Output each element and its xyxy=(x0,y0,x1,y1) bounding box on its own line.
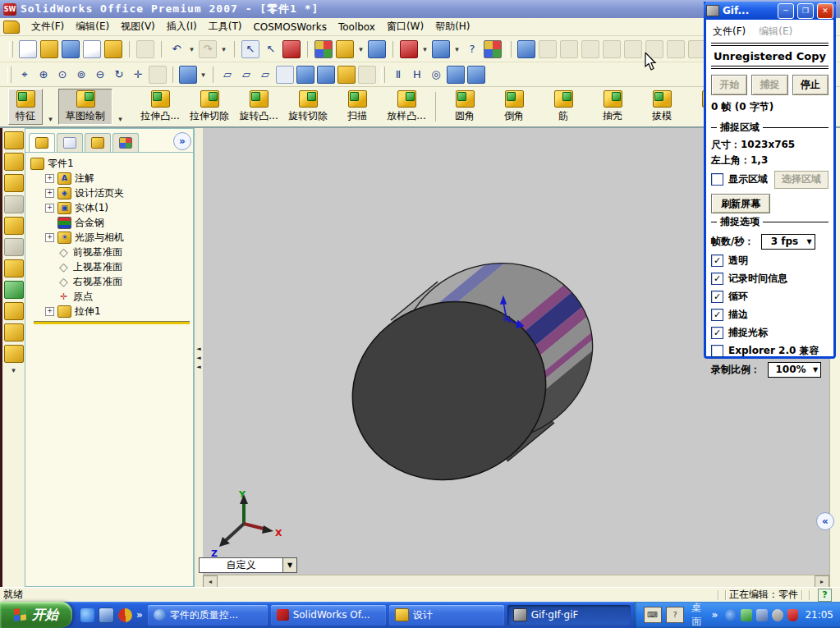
features-mode-button[interactable]: 特征 xyxy=(8,89,43,125)
3d-sketch-icon[interactable] xyxy=(4,131,24,149)
tab-dimxpert-manager[interactable] xyxy=(112,133,139,152)
tab-feature-manager[interactable] xyxy=(29,133,55,152)
chamfer-button[interactable]: 倒角 xyxy=(490,88,538,126)
sketch-on-plane-icon[interactable] xyxy=(4,153,24,171)
show-desktop-icon[interactable] xyxy=(99,607,114,623)
tray-display-icon[interactable] xyxy=(741,609,752,621)
toolbox-structural-icon[interactable] xyxy=(467,66,485,84)
tree-item-front-plane[interactable]: + ◇ 前视基准面 xyxy=(30,245,193,259)
make-drawing-icon[interactable] xyxy=(83,40,101,58)
measure-dropdown[interactable]: ▾ xyxy=(357,45,365,53)
gif-title-bar[interactable]: Gif... ─ ❐ ✕ xyxy=(704,2,836,20)
save-icon[interactable] xyxy=(62,40,80,58)
fps-combo[interactable]: 3 fps ▼ xyxy=(761,234,815,250)
sketch-mode-button[interactable]: 草图绘制 xyxy=(58,89,112,125)
tab-configuration-manager[interactable] xyxy=(85,133,111,152)
dome-tool-icon[interactable] xyxy=(4,345,24,363)
menu-file[interactable]: 文件(F) xyxy=(31,20,64,34)
tree-item-right-plane[interactable]: + ◇ 右视基准面 xyxy=(30,274,193,289)
menu-edit[interactable]: 编辑(E) xyxy=(76,20,109,34)
split-dropdown[interactable]: ▾ xyxy=(453,45,461,53)
extruded-cut-button[interactable]: 拉伸切除 xyxy=(186,88,233,126)
lasso-select-icon[interactable]: ↖ xyxy=(263,41,279,57)
tree-item-extrude1[interactable]: + 拉伸1 xyxy=(30,304,193,319)
angle-tool-icon[interactable] xyxy=(4,281,24,299)
gif-minimize-button[interactable]: ─ xyxy=(778,3,794,19)
tree-item-origin[interactable]: + ✛ 原点 xyxy=(30,289,193,304)
gif-maximize-button[interactable]: ❐ xyxy=(797,3,814,19)
color-palette-icon[interactable] xyxy=(314,40,333,58)
modify-sketch-icon[interactable] xyxy=(4,174,24,192)
start-button[interactable]: 开始 xyxy=(0,602,72,628)
input-method-keyboard-icon[interactable]: ⌨ xyxy=(644,607,662,623)
extruded-boss-button[interactable]: 拉伸凸... xyxy=(136,88,184,126)
measure-icon[interactable] xyxy=(336,40,354,58)
zoom-area-icon[interactable]: ⊙ xyxy=(54,66,71,83)
tray-hide-icon[interactable] xyxy=(725,609,737,621)
tree-item-lights-cameras[interactable]: + ☀ 光源与相机 xyxy=(30,230,193,245)
more-tools-dropdown[interactable]: ▾ xyxy=(10,366,17,374)
undo-dropdown[interactable]: ▾ xyxy=(188,45,195,53)
taskbar-item-browser[interactable]: 零件的质量控... xyxy=(148,605,268,626)
desktop-toolbar-label[interactable]: 桌面 xyxy=(691,601,709,628)
scale-combo[interactable]: 100% ▼ xyxy=(768,362,821,378)
options-list-icon[interactable] xyxy=(484,40,502,58)
desktop-toolbar-more[interactable]: » xyxy=(711,609,718,621)
zoom-in-out-icon[interactable]: ⊕ xyxy=(35,66,52,83)
capture-cursor-checkbox[interactable] xyxy=(711,327,723,339)
messenger-icon[interactable] xyxy=(118,608,132,622)
menu-insert[interactable]: 插入(I) xyxy=(167,20,197,34)
undo-icon[interactable]: ↶ xyxy=(168,41,185,57)
shaded-with-edges-icon[interactable] xyxy=(276,66,294,84)
toolbox-cam-icon[interactable]: ◎ xyxy=(428,66,444,83)
cut-tool-icon[interactable] xyxy=(4,302,24,320)
quick-launch-more[interactable]: » xyxy=(136,609,143,621)
wireframe-icon[interactable]: ▱ xyxy=(219,66,236,83)
draft-button[interactable]: 拔模 xyxy=(638,88,686,126)
zoom-fit-icon[interactable]: ⊚ xyxy=(73,66,90,83)
toolbox-beam-icon[interactable]: Ⅱ xyxy=(390,66,406,83)
tree-root[interactable]: 零件1 xyxy=(30,156,193,171)
view-orientation-dropdown[interactable]: ▾ xyxy=(200,71,207,79)
zoom-previous-icon[interactable]: ⌖ xyxy=(16,66,33,83)
toolbar-grip[interactable] xyxy=(381,66,385,83)
menu-view[interactable]: 视图(V) xyxy=(121,20,155,34)
fillet-button[interactable]: 圆角 xyxy=(441,88,489,126)
tray-network-icon[interactable] xyxy=(756,609,768,621)
redo-icon[interactable]: ↷ xyxy=(199,40,217,58)
taskbar-item-solidworks[interactable]: SolidWorks Of... xyxy=(271,605,386,626)
rollback-bar[interactable] xyxy=(34,321,190,324)
redo-dropdown[interactable]: ▾ xyxy=(220,45,227,53)
shadows-icon[interactable] xyxy=(317,66,335,84)
panel-expand-chevron[interactable]: » xyxy=(173,132,191,150)
tree-item-top-plane[interactable]: + ◇ 上视基准面 xyxy=(30,259,193,274)
split-view-icon[interactable] xyxy=(432,40,450,58)
revolved-cut-button[interactable]: 旋转切除 xyxy=(284,88,332,126)
task-pane-collapse-button[interactable]: « xyxy=(816,512,834,530)
horizontal-scrollbar[interactable]: ◂ ▸ xyxy=(203,575,829,587)
new-file-icon[interactable] xyxy=(19,40,37,58)
hidden-lines-visible-icon[interactable]: ▱ xyxy=(238,66,255,83)
outline-checkbox[interactable] xyxy=(711,309,723,321)
show-area-checkbox[interactable] xyxy=(711,173,723,186)
loop-checkbox[interactable] xyxy=(711,291,723,303)
tray-security-shield-icon[interactable] xyxy=(787,609,799,621)
boss-tool-icon[interactable] xyxy=(4,259,24,277)
loft-button[interactable]: 放样凸... xyxy=(383,88,430,126)
tab-property-manager[interactable] xyxy=(57,133,83,152)
select-tool-icon[interactable]: ↖ xyxy=(241,40,259,58)
scroll-right-button[interactable]: ▸ xyxy=(815,575,829,588)
taskbar-item-folder[interactable]: 设计 xyxy=(389,605,504,626)
menu-toolbox[interactable]: Toolbox xyxy=(338,21,375,33)
refresh-screen-button[interactable]: 刷新屏幕 xyxy=(711,194,770,213)
pan-icon[interactable]: ✛ xyxy=(130,66,146,83)
sweep-button[interactable]: 扫描 xyxy=(333,88,381,126)
input-help-icon[interactable]: ? xyxy=(666,607,684,623)
panel-splitter[interactable]: ◄◄◄ xyxy=(194,128,203,587)
help-icon[interactable]: ? xyxy=(464,41,480,57)
toolbox-bearing-icon[interactable]: H xyxy=(409,66,425,83)
resources-icon[interactable] xyxy=(3,21,20,34)
scroll-left-button[interactable]: ◂ xyxy=(203,575,218,588)
toolbox-groove-icon[interactable] xyxy=(447,66,465,84)
menu-cosmosworks[interactable]: COSMOSWorks xyxy=(253,21,327,33)
